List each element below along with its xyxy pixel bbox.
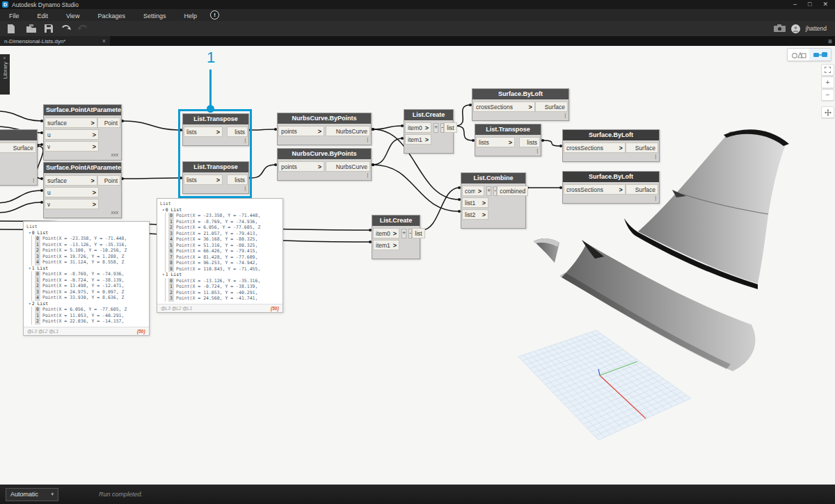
output-port-list[interactable]: list	[412, 228, 424, 238]
minimize-button[interactable]: –	[793, 0, 797, 9]
node-byloft2[interactable]: Surface.ByLoftcrossSections>Surface|	[562, 129, 660, 162]
input-port-points[interactable]: points>	[278, 161, 324, 172]
graph-view-button[interactable]	[809, 49, 831, 60]
lacing-indicator[interactable]	[461, 220, 525, 228]
tab-active-document[interactable]: n-Dimensional-Lists.dyn* ×	[0, 36, 110, 46]
geometry-view-button[interactable]	[788, 49, 809, 60]
node-spap2[interactable]: Surface.PointAtParametersurface>Pointu>v…	[43, 162, 122, 218]
input-port-item0[interactable]: item0>	[405, 122, 431, 133]
node-transpose3[interactable]: List.Transposelists>lists|	[475, 124, 541, 156]
wire-connector[interactable]	[455, 105, 470, 126]
expander-icon[interactable]: ▾	[29, 266, 31, 270]
lacing-indicator[interactable]: |	[278, 172, 371, 180]
maximize-button[interactable]: □	[808, 0, 811, 9]
input-port-comb[interactable]: comb>	[462, 186, 484, 196]
list-group-header[interactable]: ▾1 List	[162, 272, 280, 278]
output-port-lists[interactable]: lists	[519, 137, 540, 147]
screenshot-button[interactable]	[774, 22, 786, 35]
tab-close-icon[interactable]: ×	[102, 38, 106, 44]
list-group-header[interactable]: ▾0 List	[29, 230, 146, 236]
expander-icon[interactable]: ▾	[29, 230, 31, 235]
lacing-indicator[interactable]: |	[563, 195, 659, 203]
input-port-points[interactable]: points>	[278, 126, 324, 136]
output-port-Surface[interactable]: Surface	[626, 184, 658, 195]
menu-item-view[interactable]: View	[57, 13, 88, 19]
node-create2[interactable]: List.Createitem0>+-listitem1>	[372, 215, 420, 259]
input-port-list2[interactable]: list2>	[462, 209, 488, 220]
lacing-indicator[interactable]	[372, 251, 420, 259]
node-nurbs2[interactable]: NurbsCurve.ByPointspoints>NurbsCurve|	[277, 148, 372, 181]
zoom-fit-button[interactable]	[821, 64, 834, 76]
input-port-item1[interactable]: item1>	[405, 134, 431, 145]
list-group-header[interactable]: ▾1 List	[29, 266, 146, 272]
wire-connector[interactable]	[250, 165, 276, 178]
wire-connector[interactable]	[373, 165, 459, 211]
output-port-NurbsCurve[interactable]: NurbsCurve	[326, 161, 370, 172]
expander-icon[interactable]: ▾	[29, 301, 31, 306]
wire-connector[interactable]	[543, 140, 561, 146]
menu-item-help[interactable]: Help	[175, 13, 206, 19]
expander-icon[interactable]: ▾	[162, 207, 165, 212]
node-partial-surface[interactable]: Surface|	[0, 129, 38, 186]
input-port-item1[interactable]: item1>	[373, 240, 399, 250]
input-port-v[interactable]: v>	[45, 141, 99, 152]
wire-connector[interactable]	[0, 111, 42, 121]
input-port-surface[interactable]: surface>	[45, 175, 97, 186]
lacing-indicator[interactable]: |	[472, 113, 568, 120]
output-port-Surface[interactable]: Surface	[0, 143, 36, 153]
lacing-indicator[interactable]: |	[0, 177, 37, 185]
lacing-indicator[interactable]: |	[563, 154, 659, 161]
input-port-list1[interactable]: list1>	[462, 197, 488, 208]
input-port-u[interactable]: u>	[45, 129, 99, 140]
input-port-item0[interactable]: item0>	[373, 228, 399, 238]
lacing-indicator[interactable]: xxx	[44, 210, 121, 218]
input-port-v[interactable]: v>	[45, 199, 99, 209]
input-port-crossSections[interactable]: crossSections>	[473, 101, 535, 112]
lacing-indicator[interactable]	[404, 145, 453, 153]
wire-connector[interactable]	[122, 178, 181, 179]
open-file-button[interactable]	[26, 24, 36, 33]
node-byloft3[interactable]: Surface.ByLoftcrossSections>Surface|	[562, 171, 660, 204]
output-port-Point[interactable]: Point	[97, 175, 120, 186]
wire-connector[interactable]	[0, 190, 42, 203]
add-input-button[interactable]: +	[401, 229, 406, 238]
input-port-surface[interactable]: surface>	[45, 117, 97, 128]
add-input-button[interactable]: +	[486, 186, 491, 196]
lacing-indicator[interactable]: xxx	[44, 152, 121, 160]
input-port-lists[interactable]: lists>	[476, 137, 515, 147]
node-create1[interactable]: List.Createitem0>+-listitem1>	[404, 109, 454, 154]
wire-connector[interactable]	[122, 121, 181, 130]
menu-item-file[interactable]: File	[0, 13, 29, 19]
save-button[interactable]	[45, 24, 53, 33]
node-nurbs1[interactable]: NurbsCurve.ByPointspoints>NurbsCurve|	[277, 113, 372, 145]
menu-item-edit[interactable]: Edit	[29, 13, 58, 19]
input-port-crossSections[interactable]: crossSections>	[564, 143, 626, 153]
wire-connector[interactable]	[373, 126, 402, 129]
redo-button[interactable]	[78, 24, 88, 33]
list-group-header[interactable]: ▾2 List	[29, 301, 146, 307]
node-byloft1[interactable]: Surface.ByLoftcrossSections>Surface|	[472, 88, 569, 121]
run-mode-dropdown[interactable]: Automatic ▾	[6, 488, 58, 501]
output-port-NurbsCurve[interactable]: NurbsCurve	[326, 126, 370, 136]
lacing-indicator[interactable]: |	[278, 137, 371, 145]
output-port-Surface[interactable]: Surface	[535, 101, 568, 112]
user-avatar[interactable]	[791, 24, 800, 33]
output-port-combined[interactable]: combined	[497, 186, 528, 196]
zoom-out-button[interactable]: −	[821, 89, 834, 101]
pan-button[interactable]	[821, 106, 834, 118]
input-port-u[interactable]: u>	[45, 187, 99, 197]
wire-connector[interactable]	[250, 129, 276, 130]
tab-overflow-menu-icon[interactable]: ≡	[828, 38, 835, 45]
output-port-list[interactable]: list	[444, 122, 456, 133]
wire-connector[interactable]	[0, 202, 42, 213]
library-flyout-tab[interactable]: » Library	[0, 54, 10, 95]
list-group-header[interactable]: ▾0 List	[162, 207, 280, 213]
wire-connector[interactable]	[373, 138, 402, 165]
notification-icon[interactable]: !	[210, 10, 219, 19]
add-input-button[interactable]: +	[434, 123, 438, 133]
wire-connector[interactable]	[455, 126, 473, 140]
output-port-Point[interactable]: Point	[97, 117, 120, 128]
lacing-indicator[interactable]: |	[475, 148, 541, 156]
zoom-in-button[interactable]: +	[821, 76, 834, 88]
menu-item-settings[interactable]: Settings	[134, 13, 175, 19]
